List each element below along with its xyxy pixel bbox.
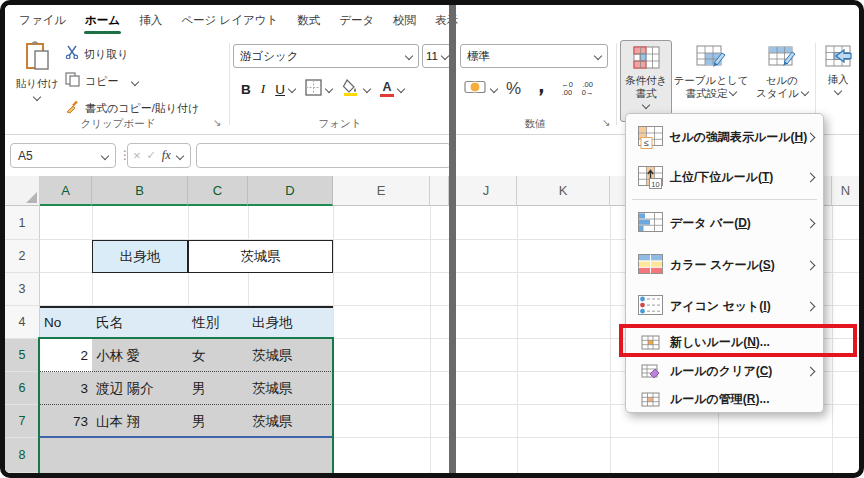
conditional-formatting-icon: [633, 46, 660, 71]
cell-b2-lookup-label[interactable]: 出身地: [92, 240, 188, 273]
submenu-arrow-icon: [806, 260, 816, 270]
submenu-arrow-icon: [806, 367, 816, 377]
menu-item-clear-rules[interactable]: ルールのクリア(C): [626, 358, 823, 385]
clipboard-dialog-launcher-icon[interactable]: ↘: [213, 117, 221, 128]
accounting-format-icon[interactable]: [464, 79, 486, 99]
column-header-e[interactable]: E: [333, 176, 430, 206]
name-box[interactable]: A5: [10, 143, 116, 168]
format-as-table-icon: [696, 45, 726, 71]
borders-button[interactable]: [305, 79, 322, 100]
fill-color-button[interactable]: [342, 78, 360, 100]
insert-cells-icon: [823, 45, 853, 70]
menu-item-icon-sets[interactable]: アイコン セット(I): [626, 286, 823, 326]
color-scales-icon: [635, 252, 666, 279]
percent-style-button[interactable]: %: [506, 79, 521, 99]
gridline: [610, 206, 611, 473]
column-header-a[interactable]: A: [40, 176, 92, 206]
row-header-3[interactable]: 3: [5, 273, 40, 306]
top-bottom-rule-icon: 10: [635, 164, 666, 191]
number-dialog-launcher-icon[interactable]: ↘: [602, 117, 610, 128]
column-header-j[interactable]: J: [456, 176, 517, 206]
pane-divider: [449, 5, 456, 473]
tab-file[interactable]: ファイル: [18, 10, 67, 31]
cancel-icon[interactable]: ×: [133, 148, 141, 163]
font-name-combobox[interactable]: 游ゴシック: [233, 44, 419, 68]
decrease-decimal-button[interactable]: .00 0→: [582, 81, 594, 97]
column-header-n[interactable]: N: [832, 176, 859, 206]
group-separator: [616, 43, 617, 125]
column-header-b[interactable]: B: [92, 176, 188, 206]
copy-button[interactable]: コピー: [65, 72, 138, 91]
icon-sets-icon: [635, 293, 666, 320]
tab-data[interactable]: データ: [338, 10, 375, 31]
formula-input[interactable]: [196, 143, 451, 168]
cell-styles-button[interactable]: セルの スタイル: [751, 40, 813, 100]
chevron-down-icon: [642, 101, 650, 109]
select-all-triangle-icon: [26, 192, 37, 203]
cell-c2d2-lookup-value[interactable]: 茨城県: [188, 240, 333, 273]
format-painter-button[interactable]: 書式のコピー/貼り付け: [65, 99, 199, 118]
chevron-down-icon: [801, 88, 809, 96]
select-all-corner[interactable]: [5, 176, 40, 206]
highlight-cells-rule-icon: ≤: [635, 124, 665, 151]
number-format-combobox[interactable]: 標準: [460, 44, 608, 68]
table-header-pref: 出身地: [252, 306, 293, 339]
row-header-7[interactable]: 7: [5, 405, 40, 438]
increase-decimal-button[interactable]: ←0 .00: [561, 81, 573, 97]
chevron-down-icon: [33, 93, 41, 101]
chevron-down-icon: [729, 88, 737, 96]
paste-button[interactable]: 貼り付け: [14, 40, 60, 100]
menu-item-highlight-cells-rules[interactable]: ≤ セルの強調表示ルール(H): [626, 117, 823, 157]
tab-insert[interactable]: 挿入: [138, 10, 163, 31]
menu-item-manage-rules[interactable]: ルールの管理(R)...: [626, 385, 823, 413]
cut-label: 切り取り: [84, 47, 129, 62]
bold-button[interactable]: B: [241, 82, 251, 97]
submenu-arrow-icon: [806, 172, 816, 182]
row-header-8[interactable]: 8: [5, 438, 40, 473]
chevron-down-icon: [130, 77, 138, 85]
gridline: [430, 206, 431, 473]
number-group-label: 数値: [480, 117, 590, 131]
font-color-button[interactable]: A: [380, 81, 394, 98]
format-as-table-label: テーブルとして 書式設定: [674, 74, 749, 99]
comma-style-button[interactable]: ，: [530, 80, 552, 90]
row-header-5[interactable]: 5: [5, 339, 40, 372]
format-painter-label: 書式のコピー/貼り付け: [85, 101, 199, 116]
font-group-label: フォント: [260, 117, 420, 131]
column-header-c[interactable]: C: [188, 176, 248, 206]
font-size-combobox[interactable]: 11: [422, 44, 452, 68]
clear-rules-icon: [635, 362, 666, 381]
conditional-formatting-menu: ≤ セルの強調表示ルール(H) 10 上位/下位ルール(T): [625, 113, 824, 413]
menu-item-color-scales[interactable]: カラー スケール(S): [626, 244, 823, 286]
menu-item-top-bottom-rules[interactable]: 10 上位/下位ルール(T): [626, 157, 823, 197]
row-header-1[interactable]: 1: [5, 206, 40, 240]
row-header-4[interactable]: 4: [5, 306, 40, 339]
tab-review[interactable]: 校閲: [392, 10, 417, 31]
tab-page-layout[interactable]: ページ レイアウト: [180, 10, 279, 31]
tab-home[interactable]: ホーム: [84, 10, 121, 31]
format-as-table-button[interactable]: テーブルとして 書式設定: [673, 40, 749, 100]
gridline: [517, 206, 518, 473]
row-header-2[interactable]: 2: [5, 240, 40, 273]
name-box-value: A5: [18, 149, 33, 163]
column-header-d[interactable]: D: [248, 176, 333, 206]
menu-item-data-bars[interactable]: データ バー(D): [626, 202, 823, 244]
row-header-6[interactable]: 6: [5, 372, 40, 405]
number-format-value: 標準: [467, 49, 490, 64]
insert-function-icon[interactable]: fx: [162, 148, 171, 163]
underline-button[interactable]: U: [275, 82, 285, 97]
enter-icon[interactable]: ✓: [147, 149, 156, 162]
column-header-partial[interactable]: [430, 176, 449, 206]
chevron-down-icon: [397, 85, 405, 93]
table-header-gender: 性別: [192, 306, 219, 339]
submenu-arrow-icon: [806, 218, 816, 228]
cut-button[interactable]: 切り取り: [65, 45, 129, 63]
gridline: [456, 437, 859, 438]
italic-button[interactable]: I: [261, 81, 266, 97]
insert-cells-button[interactable]: 挿入: [818, 40, 858, 94]
tab-formulas[interactable]: 数式: [296, 10, 321, 31]
column-header-k[interactable]: K: [517, 176, 610, 206]
chevron-down-icon: [101, 151, 109, 159]
chevron-down-icon: [363, 85, 371, 93]
conditional-formatting-button[interactable]: 条件付き 書式: [620, 40, 672, 122]
